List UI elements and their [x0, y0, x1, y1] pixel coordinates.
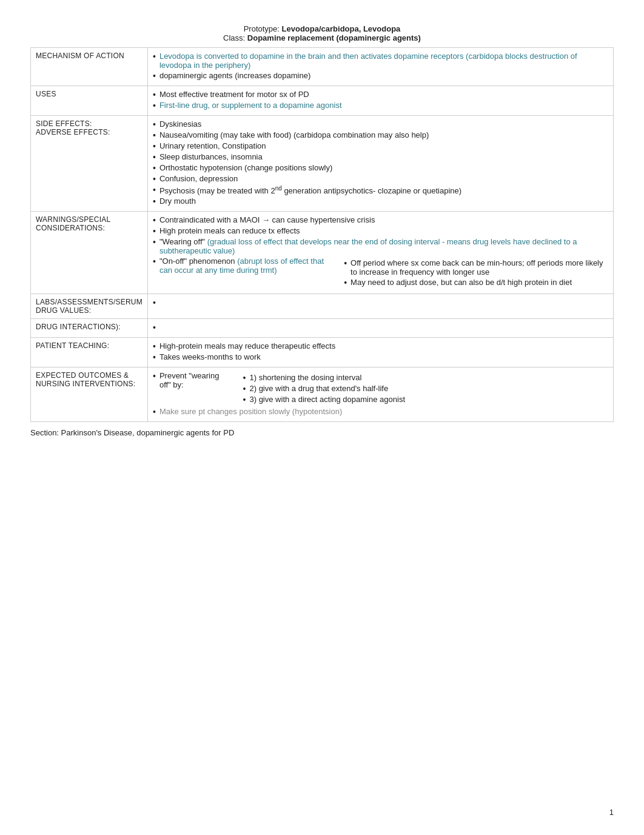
list-item: Dyskinesias	[153, 119, 608, 129]
table-row: WARNINGS/SPECIAL CONSIDERATIONS: Contrai…	[31, 212, 614, 294]
table-row: DRUG INTERACTIONS):	[31, 319, 614, 338]
row-content-side-effects: Dyskinesias Nausea/vomiting (may take wi…	[148, 116, 614, 212]
row-label-patient-teaching: PATIENT TEACHING:	[31, 338, 148, 367]
class-label: Class:	[223, 33, 247, 42]
list-item: Make sure pt changes position slowly (hy…	[153, 407, 608, 417]
header-class: Class: Dopamine replacement (dopaminergi…	[30, 33, 614, 42]
list-item: Confusion, depression	[153, 174, 608, 184]
table-row: EXPECTED OUTCOMES &NURSING INTERVENTIONS…	[31, 367, 614, 422]
list-item: Contraindicated with a MAOI → can cause …	[153, 215, 608, 225]
row-label-drug-interactions: DRUG INTERACTIONS):	[31, 319, 148, 338]
section-footer: Section: Parkinson's Disease, dopaminerg…	[30, 428, 614, 437]
class-value: Dopamine replacement (dopaminergic agent…	[247, 33, 421, 42]
list-item: Nausea/vomiting (may take with food) (ca…	[153, 130, 608, 140]
list-item: Sleep disturbances, insomnia	[153, 152, 608, 162]
list-item	[153, 298, 608, 307]
list-item: Urinary retention, Constipation	[153, 141, 608, 151]
list-item: 2) give with a drug that extend's half-l…	[243, 384, 608, 394]
list-item: "On-off" phenomenon (abrupt loss of effe…	[153, 257, 608, 289]
list-item: Off period where sx come back can be min…	[344, 258, 608, 277]
table-row: LABS/ASSESSMENTS/SERUM DRUG VALUES:	[31, 294, 614, 319]
table-row: MECHANISM OF ACTION Levodopa is converte…	[31, 48, 614, 86]
table-row: USES Most effective treatment for motor …	[31, 86, 614, 116]
section-footer-text: Section: Parkinson's Disease, dopaminerg…	[30, 428, 234, 437]
row-label-labs: LABS/ASSESSMENTS/SERUM DRUG VALUES:	[31, 294, 148, 319]
list-item: Dry mouth	[153, 196, 608, 206]
prototype-value: Levodopa/carbidopa, Levodopa	[282, 24, 401, 33]
row-content-expected-outcomes: Prevent "wearing off" by: 1) shortening …	[148, 367, 614, 422]
page-number: 1	[609, 808, 614, 817]
header: Prototype: Levodopa/carbidopa, Levodopa …	[30, 24, 614, 42]
list-item: Psychosis (may be treated with 2nd gener…	[153, 185, 608, 195]
list-item	[153, 323, 608, 332]
row-label-uses: USES	[31, 86, 148, 116]
list-item: May need to adjust dose, but can also be…	[344, 278, 608, 287]
list-item: Orthostatic hypotension (change position…	[153, 163, 608, 173]
row-content-mechanism: Levodopa is converted to dopamine in the…	[148, 48, 614, 86]
row-label-mechanism: MECHANISM OF ACTION	[31, 48, 148, 86]
main-table: MECHANISM OF ACTION Levodopa is converte…	[30, 47, 614, 422]
row-content-warnings: Contraindicated with a MAOI → can cause …	[148, 212, 614, 294]
table-row: PATIENT TEACHING: High-protein meals may…	[31, 338, 614, 367]
row-content-drug-interactions	[148, 319, 614, 338]
row-label-expected-outcomes: EXPECTED OUTCOMES &NURSING INTERVENTIONS…	[31, 367, 148, 422]
list-item: "Wearing off" (gradual loss of effect th…	[153, 237, 608, 255]
list-item: First-line drug, or supplement to a dopa…	[153, 101, 608, 110]
list-item: 3) give with a direct acting dopamine ag…	[243, 395, 608, 404]
table-row: SIDE EFFECTS:ADVERSE EFFECTS: Dyskinesia…	[31, 116, 614, 212]
list-item: Most effective treatment for motor sx of…	[153, 90, 608, 99]
list-item: High protein meals can reduce tx effects	[153, 226, 608, 236]
list-item: dopaminergic agents (increases dopamine)	[153, 71, 608, 81]
row-label-warnings: WARNINGS/SPECIAL CONSIDERATIONS:	[31, 212, 148, 294]
list-item: Takes weeks-months to work	[153, 352, 608, 362]
list-item: Prevent "wearing off" by: 1) shortening …	[153, 371, 608, 406]
list-item: 1) shortening the dosing interval	[243, 373, 608, 383]
row-content-uses: Most effective treatment for motor sx of…	[148, 86, 614, 116]
prototype-label: Prototype:	[244, 24, 282, 33]
list-item: Levodopa is converted to dopamine in the…	[153, 52, 608, 70]
row-content-labs	[148, 294, 614, 319]
header-prototype: Prototype: Levodopa/carbidopa, Levodopa	[30, 24, 614, 33]
row-label-side-effects: SIDE EFFECTS:ADVERSE EFFECTS:	[31, 116, 148, 212]
row-content-patient-teaching: High-protein meals may reduce therapeuti…	[148, 338, 614, 367]
list-item: High-protein meals may reduce therapeuti…	[153, 341, 608, 351]
